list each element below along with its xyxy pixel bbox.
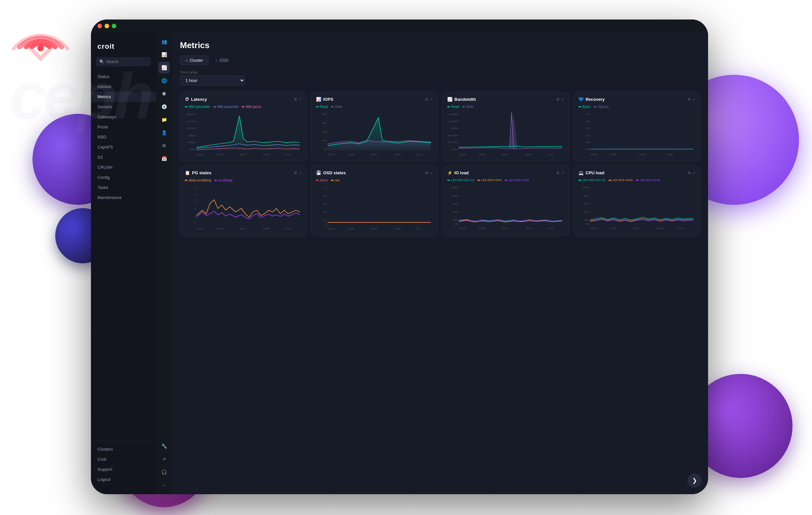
io-legend-vsa5-label: LEX-R24-VSA5	[481, 179, 502, 182]
sidebar-item-rbd[interactable]: RBD	[91, 132, 156, 142]
device-titlebar	[91, 20, 708, 32]
traffic-light-green[interactable]	[112, 24, 116, 28]
pg-legend-deep-dot	[185, 180, 187, 181]
sidebar-search-box[interactable]: 🔍 Search	[96, 57, 151, 66]
cpu-legend-vsa10-label: LEX-R23-VSA-10	[582, 179, 605, 182]
osd-legend: down out	[316, 179, 433, 182]
icon-strip-calendar[interactable]: 📅	[158, 153, 170, 164]
icon-strip-users2[interactable]: 👤	[158, 127, 170, 138]
osd-grid-icon[interactable]: ⊞	[425, 171, 428, 175]
icon-strip-trending[interactable]: 📈	[158, 62, 170, 74]
bandwidth-expand-icon[interactable]: ⤢	[561, 97, 564, 102]
svg-text:40%: 40%	[453, 211, 458, 213]
svg-text:20%: 20%	[584, 218, 589, 221]
tab-osd[interactable]: ○ OSD	[210, 56, 234, 65]
sidebar-item-croit[interactable]: Croit	[91, 454, 156, 464]
bandwidth-card-header: 📈 Bandwidth ⊞ ⤢	[447, 97, 564, 102]
bandwidth-legend: Read Write	[447, 105, 564, 109]
sidebar-item-logout[interactable]: Logout	[91, 475, 156, 484]
recovery-expand-icon[interactable]: ⤢	[693, 97, 695, 102]
osd-expand-icon[interactable]: ⤢	[430, 171, 433, 175]
icon-strip-tools[interactable]: 🔧	[158, 440, 170, 452]
svg-text:0%: 0%	[454, 223, 458, 225]
osd-legend-out-label: out	[335, 179, 340, 182]
tab-bar: ○ Cluster ○ OSD	[180, 56, 700, 65]
traffic-light-yellow[interactable]	[105, 24, 109, 28]
io-grid-icon[interactable]: ⊞	[556, 171, 559, 175]
svg-text:2: 2	[194, 214, 196, 217]
pg-actions: ⊞ ⤢	[294, 171, 302, 175]
cpu-legend-vsa5-label: LEX-R24-VSA5	[613, 179, 633, 182]
sidebar-item-gateways[interactable]: Gateways	[91, 112, 156, 122]
cpu-legend-vsa6-dot	[636, 180, 639, 181]
cpu-legend-vsa6: LEX-R24-VSA6	[636, 179, 660, 182]
sidebar-item-clusters[interactable]: Clusters	[91, 444, 156, 454]
pg-expand-icon[interactable]: ⤢	[299, 171, 302, 175]
iops-expand-icon[interactable]: ⤢	[430, 97, 433, 102]
cpu-legend-vsa10: LEX-R23-VSA-10	[578, 179, 605, 182]
io-title: ⚡ IO load	[447, 170, 469, 175]
svg-text:0%: 0%	[585, 223, 589, 225]
cpu-grid-icon[interactable]: ⊞	[688, 171, 691, 175]
croit-wifi-logo	[10, 10, 71, 72]
sidebar-item-servers[interactable]: Servers	[91, 102, 156, 112]
gateways-label: Gateways	[97, 114, 116, 119]
io-icon: ⚡	[447, 170, 453, 175]
icon-strip-users[interactable]: 👥	[158, 36, 170, 48]
svg-text:17:11: 17:11	[284, 153, 291, 156]
icon-strip-disk[interactable]: 💿	[158, 101, 170, 112]
sidebar-item-status[interactable]: Status	[91, 72, 156, 82]
recovery-grid-icon[interactable]: ⊞	[688, 97, 691, 102]
icon-strip-exit[interactable]: →	[158, 479, 170, 491]
sidebar-item-support[interactable]: Support	[91, 464, 156, 475]
sidebar-item-pools[interactable]: Pools	[91, 122, 156, 132]
sidebar-item-metrics[interactable]: Metrics	[91, 92, 156, 102]
io-load-card: ⚡ IO load ⊞ ⤢ LEX-R23-VSA-10	[442, 165, 569, 236]
latency-grid-icon[interactable]: ⊞	[294, 97, 297, 102]
bandwidth-grid-icon[interactable]: ⊞	[556, 97, 559, 102]
svg-text:600µs: 600µs	[188, 134, 196, 137]
osd-card-header: 💾 OSD states ⊞ ⤢	[316, 170, 433, 175]
svg-text:16:59: 16:59	[263, 153, 270, 156]
pools-label: Pools	[97, 125, 108, 129]
icon-strip-folder[interactable]: 📁	[158, 114, 170, 126]
sidebar-item-advisor[interactable]: Advisor	[91, 82, 156, 92]
icon-strip-headphone[interactable]: 🎧	[158, 466, 170, 478]
svg-point-0	[37, 45, 44, 51]
cpu-expand-icon[interactable]: ⤢	[693, 171, 695, 175]
icon-strip-globe[interactable]: 🌐	[158, 75, 170, 86]
rec-legend-objects-label: Objects	[598, 105, 609, 109]
icon-strip-share[interactable]: ↗	[158, 453, 170, 465]
pg-card-header: 📋 PG states ⊞ ⤢	[185, 170, 302, 175]
latency-expand-icon[interactable]: ⤢	[299, 97, 302, 102]
traffic-light-red[interactable]	[97, 24, 102, 28]
sidebar-item-config[interactable]: Config	[91, 172, 156, 182]
tab-osd-label: OSD	[220, 58, 229, 63]
iops-grid-icon[interactable]: ⊞	[425, 97, 428, 102]
svg-text:16:47: 16:47	[239, 227, 246, 230]
tab-cluster[interactable]: ○ Cluster	[180, 56, 208, 65]
latency-icon: ⏱	[185, 97, 189, 102]
svg-text:1 B: 1 B	[585, 127, 589, 130]
pg-chart: 8 6 5 4 2 1 16:23 16:35 16:4	[185, 184, 302, 231]
svg-text:1 MB/s: 1 MB/s	[450, 127, 458, 130]
pg-grid-icon[interactable]: ⊞	[294, 171, 297, 175]
icon-strip-settings[interactable]: ⚙	[158, 140, 170, 152]
sidebar-item-crush[interactable]: CRUSH	[91, 162, 156, 172]
sidebar-item-s3[interactable]: S3	[91, 152, 156, 162]
svg-text:6: 6	[194, 193, 196, 196]
svg-text:40%: 40%	[584, 211, 589, 213]
sidebar-item-tasks[interactable]: Tasks	[91, 182, 156, 192]
io-expand-icon[interactable]: ⤢	[561, 171, 564, 175]
terminal-button[interactable]: ❯	[687, 473, 702, 488]
sidebar-item-cephfs[interactable]: CephFS	[91, 142, 156, 152]
sidebar-nav: Status Advisor Metrics Servers Gateways …	[91, 72, 156, 440]
icon-strip-layers[interactable]: ⬢	[158, 88, 170, 100]
svg-text:1 B: 1 B	[585, 113, 589, 116]
main-content: Metrics ○ Cluster ○ OSD Time range 1 hou…	[172, 32, 708, 494]
io-legend: LEX-R23-VSA-10 LEX-R24-VSA5 LEX-R24-VSA6	[447, 179, 564, 182]
icon-strip-chart[interactable]: 📊	[158, 49, 170, 60]
sidebar-item-maintenance[interactable]: Maintenance	[91, 192, 156, 202]
time-range-selector[interactable]: 1 hour 6 hours 24 hours	[180, 76, 245, 85]
legend-98th-label: 98th percentile	[217, 105, 239, 109]
